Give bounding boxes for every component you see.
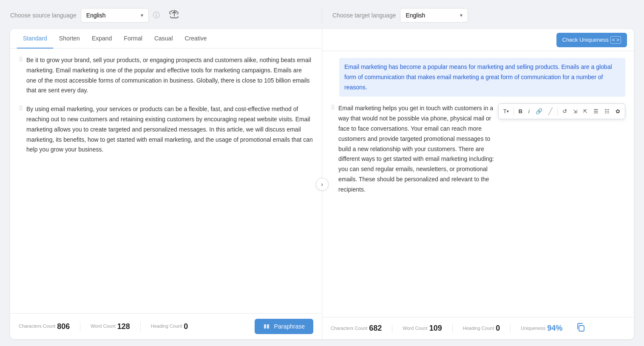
doc-icon: ☰: [593, 108, 599, 114]
right-headings-value: 0: [496, 324, 500, 333]
right-chars-label: Characters Count: [331, 326, 367, 331]
right-bottom-bar: Characters Count 682 Word Count 109 Head…: [322, 317, 634, 339]
right-words-value: 109: [429, 324, 442, 333]
list-item: Email marketing has become a popular mea…: [331, 58, 625, 97]
drag-handle-icon[interactable]: ⠿: [331, 104, 335, 198]
tab-expand[interactable]: Expand: [86, 29, 118, 49]
target-lang-label: Choose target language: [332, 12, 396, 19]
list-item: ⠿ Email marketing helps you get in touch…: [331, 103, 625, 198]
target-lang-value: English: [406, 12, 425, 19]
drag-handle-icon[interactable]: ⠿: [19, 56, 23, 96]
tab-formal[interactable]: Formal: [118, 29, 148, 49]
target-lang-chevron-icon: ▾: [460, 12, 462, 18]
svg-rect-2: [579, 326, 584, 331]
check-uniqueness-button[interactable]: Check Uniqueness < >: [556, 33, 627, 47]
right-word-count-group: Word Count 109: [403, 324, 453, 333]
shrink-icon: ⇲: [573, 109, 577, 114]
panel-toggle-button[interactable]: ›: [316, 178, 329, 191]
paraphrase-button[interactable]: Paraphrase: [255, 319, 313, 334]
tab-shorten[interactable]: Shorten: [53, 29, 86, 49]
italic-icon: i: [528, 108, 530, 114]
words-label: Word Count: [91, 323, 116, 329]
check-uniqueness-icon: < >: [610, 36, 621, 44]
right-content-area[interactable]: Email marketing has become a popular mea…: [322, 51, 634, 317]
paragraph-text: Be it to grow your brand, sell your prod…: [26, 55, 313, 96]
heading-count-group: Heading Count 0: [151, 322, 198, 331]
expand-button[interactable]: ⇱: [581, 107, 590, 116]
expand-icon: ⇱: [583, 109, 587, 114]
undo-button[interactable]: ↺: [560, 106, 569, 116]
bold-icon: B: [519, 108, 522, 114]
doc2-button[interactable]: ☷: [602, 106, 612, 116]
italic-button[interactable]: i: [526, 106, 532, 116]
sun-icon: ✿: [616, 108, 620, 114]
right-headings-label: Heading Count: [463, 326, 494, 331]
doc-button[interactable]: ☰: [591, 106, 601, 116]
chars-label: Characters Count: [19, 323, 55, 329]
toolbar-divider: [513, 108, 514, 115]
upload-button[interactable]: [169, 10, 179, 21]
tab-casual[interactable]: Casual: [148, 29, 179, 49]
tab-standard[interactable]: Standard: [17, 29, 53, 49]
left-bottom-bar: Characters Count 806 Word Count 128 Head…: [10, 313, 322, 339]
sun-button[interactable]: ✿: [613, 106, 622, 116]
output-paragraph-text: Email marketing helps you get in touch w…: [338, 103, 495, 194]
link-icon: 🔗: [536, 108, 542, 114]
words-value: 128: [117, 322, 130, 331]
shrink-button[interactable]: ⇲: [571, 107, 579, 116]
headings-value: 0: [184, 322, 188, 331]
svg-rect-1: [267, 324, 269, 329]
slash-icon: ╱: [548, 107, 553, 115]
undo-icon: ↺: [562, 108, 567, 114]
t-icon: T: [503, 108, 507, 114]
right-heading-count-group: Heading Count 0: [463, 324, 511, 333]
copy-button[interactable]: [576, 323, 585, 334]
paraphrase-label: Paraphrase: [274, 323, 305, 330]
right-chars-value: 682: [369, 324, 382, 333]
chars-count-group: Characters Count 806: [19, 322, 80, 331]
right-words-label: Word Count: [403, 326, 428, 331]
paragraph-text: By using email marketing, your services …: [26, 104, 313, 155]
source-lang-select[interactable]: English ▾: [81, 8, 149, 23]
t-chevron-icon: ▾: [507, 109, 509, 114]
tab-creative[interactable]: Creative: [179, 29, 213, 49]
check-uniqueness-label: Check Uniqueness: [562, 37, 609, 43]
left-panel: Standard Shorten Expand Formal Casual Cr…: [10, 29, 322, 339]
doc2-icon: ☷: [604, 108, 610, 114]
uniqueness-value: 94%: [547, 324, 562, 333]
info-icon[interactable]: ⓘ: [153, 11, 160, 20]
text-format-button[interactable]: T ▾: [501, 106, 511, 116]
source-lang-label: Choose source language: [10, 12, 77, 19]
source-lang-chevron-icon: ▾: [141, 12, 143, 18]
uniqueness-label: Uniqueness: [521, 326, 545, 331]
toolbar-divider: [557, 108, 558, 115]
highlighted-paragraph: Email marketing has become a popular mea…: [339, 58, 625, 97]
link-button[interactable]: 🔗: [533, 106, 545, 116]
list-item: ⠿ Be it to grow your brand, sell your pr…: [19, 55, 313, 96]
drag-handle-icon[interactable]: ⠿: [19, 105, 23, 155]
word-count-group: Word Count 128: [91, 322, 141, 331]
left-content-area[interactable]: ⠿ Be it to grow your brand, sell your pr…: [10, 49, 322, 313]
bold-button[interactable]: B: [516, 106, 525, 116]
tabs-bar: Standard Shorten Expand Formal Casual Cr…: [10, 29, 322, 49]
source-lang-value: English: [86, 12, 106, 19]
svg-rect-0: [264, 324, 266, 329]
right-top-bar: Check Uniqueness < >: [322, 29, 634, 51]
chars-value: 806: [57, 322, 70, 331]
uniqueness-group: Uniqueness 94%: [521, 324, 573, 333]
headings-label: Heading Count: [151, 323, 182, 329]
list-item: ⠿ By using email marketing, your service…: [19, 104, 313, 155]
slash-button[interactable]: ╱: [546, 106, 555, 117]
right-chars-count-group: Characters Count 682: [331, 324, 392, 333]
right-panel: Check Uniqueness < > Email marketing has…: [322, 29, 634, 339]
target-lang-select[interactable]: English ▾: [400, 8, 468, 23]
text-toolbar: T ▾ B i: [498, 103, 625, 119]
